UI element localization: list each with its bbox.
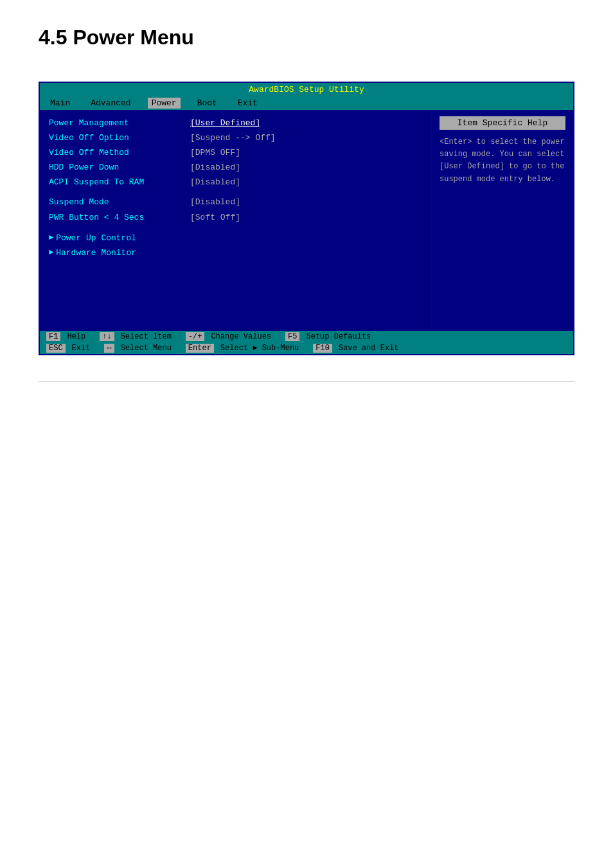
desc-f1: Help (67, 332, 85, 341)
arrow-icon: ► (49, 231, 53, 245)
menu-boot[interactable]: Boot (193, 98, 221, 109)
key-f5: F5 (285, 332, 299, 341)
key-leftright: ↔ (104, 344, 114, 353)
desc-leftright: Select Menu (121, 344, 172, 353)
value-acpi-suspend: [Disabled] (190, 175, 240, 190)
arrow-icon-2: ► (49, 246, 53, 260)
key-plusminus: -/+ (186, 332, 205, 341)
label-pwr-button: PWR Button < 4 Secs (49, 211, 190, 225)
bios-footer-row1: F1 Help ↑↓ Select Item -/+ Change Values… (40, 331, 573, 342)
row-power-management[interactable]: Power Management [User Defined] (49, 116, 422, 130)
desc-plusminus: Change Values (211, 332, 271, 341)
bottom-divider (39, 381, 574, 382)
bios-menu-bar[interactable]: Main Advanced Power Boot Exit (40, 96, 573, 110)
row-acpi-suspend[interactable]: ACPI Suspend To RAM [Disabled] (49, 175, 422, 190)
value-suspend-mode: [Disabled] (190, 195, 240, 209)
desc-updown: Select Item (121, 332, 172, 341)
bios-body: Power Management [User Defined] Video Of… (40, 110, 573, 331)
value-video-off-method: [DPMS OFF] (190, 146, 240, 160)
submenu-label-hardware: Hardware Monitor (56, 245, 136, 260)
label-power-management: Power Management (49, 116, 190, 130)
submenu-label-power-up: Power Up Control (56, 231, 136, 245)
row-video-off-method[interactable]: Video Off Method [DPMS OFF] (49, 146, 422, 160)
label-suspend-mode: Suspend Mode (49, 195, 190, 209)
value-pwr-button: [Soft Off] (190, 211, 240, 225)
menu-main[interactable]: Main (46, 98, 74, 109)
row-video-off-option[interactable]: Video Off Option [Suspend --> Off] (49, 131, 422, 145)
bios-footer-row2: ESC Exit ↔ Select Menu Enter Select ► Su… (40, 342, 573, 354)
desc-esc: Exit (72, 344, 91, 353)
value-video-off-option: [Suspend --> Off] (190, 131, 276, 145)
help-title: Item Specific Help (440, 116, 565, 130)
bios-screen: AwardBIOS Setup Utility Main Advanced Po… (39, 82, 574, 355)
menu-advanced[interactable]: Advanced (87, 98, 134, 109)
bios-title-bar: AwardBIOS Setup Utility (40, 83, 573, 96)
key-f1: F1 (46, 332, 60, 341)
bios-right-panel: Item Specific Help <Enter> to select the… (432, 110, 573, 331)
label-video-off-method: Video Off Method (49, 146, 190, 160)
desc-enter: Select ► Sub-Menu (220, 344, 299, 353)
key-enter: Enter (186, 344, 214, 353)
page-title: 4.5 Power Menu (0, 0, 613, 69)
desc-f10: Save and Exit (339, 344, 399, 353)
menu-power[interactable]: Power (148, 98, 181, 109)
label-hdd-power-down: HDD Power Down (49, 161, 190, 175)
label-video-off-option: Video Off Option (49, 131, 190, 145)
row-pwr-button[interactable]: PWR Button < 4 Secs [Soft Off] (49, 211, 422, 225)
label-acpi-suspend: ACPI Suspend To RAM (49, 175, 190, 190)
key-esc: ESC (46, 344, 66, 353)
bios-left-panel: Power Management [User Defined] Video Of… (40, 110, 432, 331)
key-f10: F10 (313, 344, 332, 353)
row-suspend-mode[interactable]: Suspend Mode [Disabled] (49, 195, 422, 209)
submenu-power-up-control[interactable]: ► Power Up Control (49, 231, 422, 245)
row-hdd-power-down[interactable]: HDD Power Down [Disabled] (49, 161, 422, 175)
menu-exit[interactable]: Exit (234, 98, 262, 109)
submenu-hardware-monitor[interactable]: ► Hardware Monitor (49, 245, 422, 260)
help-text: <Enter> to select the power saving mode.… (440, 136, 565, 186)
key-updown: ↑↓ (100, 332, 114, 341)
desc-f5: Setup Defaults (306, 332, 371, 341)
value-hdd-power-down: [Disabled] (190, 161, 240, 175)
value-power-management: [User Defined] (190, 116, 260, 130)
